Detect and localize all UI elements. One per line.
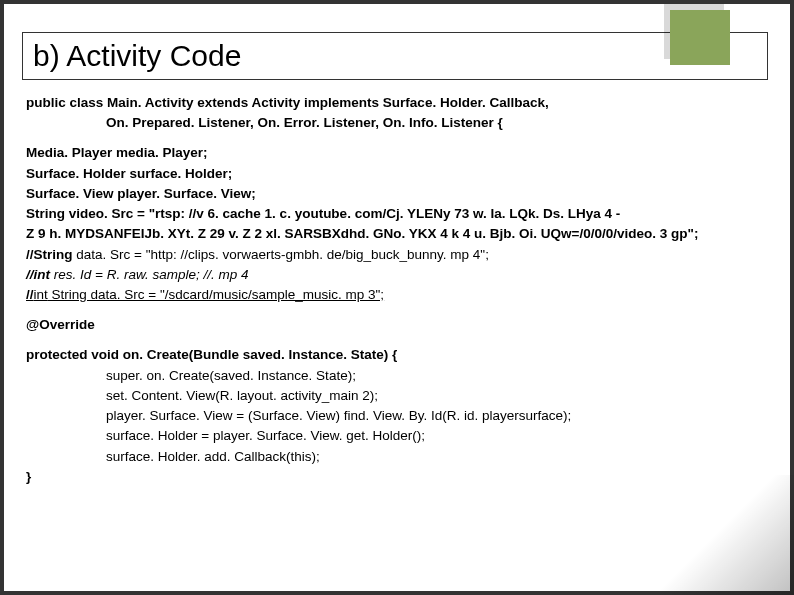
code-line: String video. Src = "rtsp: //v 6. cache … (26, 205, 768, 223)
code-line: super. on. Create(saved. Instance. State… (26, 367, 768, 385)
code-text: res. Id = R. raw. (50, 267, 152, 282)
slide-container: b) Activity Code public class Main. Acti… (0, 0, 794, 595)
code-text: //int (26, 267, 50, 282)
code-line: surface. Holder. add. Callback(this); (26, 448, 768, 466)
code-line: public class Main. Activity extends Acti… (26, 94, 768, 112)
code-line: Surface. Holder surface. Holder; (26, 165, 768, 183)
top-border (4, 0, 790, 4)
code-content: public class Main. Activity extends Acti… (26, 94, 768, 571)
code-text: int (34, 287, 48, 302)
code-line: protected void on. Create(Bundle saved. … (26, 346, 768, 364)
code-text: // (26, 287, 34, 302)
code-text: //String (26, 247, 73, 262)
code-line: Surface. View player. Surface. View; (26, 185, 768, 203)
code-line: set. Content. View(R. layout. activity_m… (26, 387, 768, 405)
code-line: Z 9 h. MYDSANFEIJb. XYt. Z 29 v. Z 2 xl.… (26, 225, 768, 243)
code-text: String data. Src = "/sdcard/music/sample… (48, 287, 384, 302)
code-line: //String data. Src = "http: //clips. vor… (26, 246, 768, 264)
code-text: sample; //. mp 4 (152, 267, 248, 282)
code-line: On. Prepared. Listener, On. Error. Liste… (26, 114, 768, 132)
code-line: @Override (26, 316, 768, 334)
accent-block (670, 10, 730, 65)
slide-title: b) Activity Code (33, 39, 241, 73)
code-line: //int res. Id = R. raw. sample; //. mp 4 (26, 266, 768, 284)
code-line: } (26, 468, 768, 486)
code-line: player. Surface. View = (Surface. View) … (26, 407, 768, 425)
code-line: //int String data. Src = "/sdcard/music/… (26, 286, 768, 304)
code-line: Media. Player media. Player; (26, 144, 768, 162)
code-line: surface. Holder = player. Surface. View.… (26, 427, 768, 445)
code-text: data. Src = "http: //clips. vorwaerts-gm… (73, 247, 489, 262)
title-bar: b) Activity Code (22, 32, 768, 80)
